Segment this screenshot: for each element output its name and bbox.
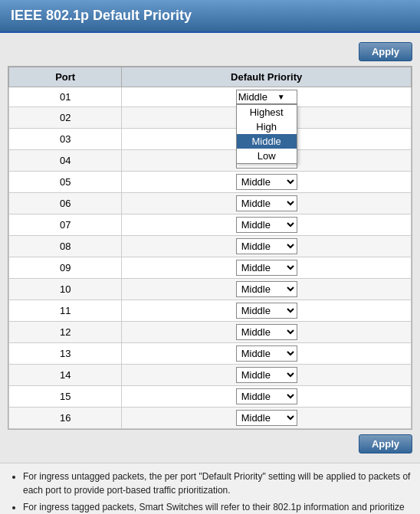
port-cell: 09 [9,257,122,279]
port-cell: 10 [9,279,122,300]
table-row: 14HighestHighMiddleLow [9,365,412,386]
table-row: 16HighestHighMiddleLow [9,408,412,429]
priority-cell: HighestHighMiddleLow [122,408,412,429]
priority-select[interactable]: HighestHighMiddleLow [236,174,297,190]
priority-select[interactable]: HighestHighMiddleLow [236,217,297,233]
footnote-item: For ingress untagged packets, the per po… [23,470,412,497]
table-row: 02HighestHighMiddleLow [9,107,412,129]
footnote-item: For ingress tagged packets, Smart Switch… [23,500,412,514]
table-header-row: Port Default Priority [9,67,412,87]
col-priority: Default Priority [122,67,412,87]
table-row: 09HighestHighMiddleLow [9,257,412,279]
priority-cell: HighestHighMiddleLow [122,214,412,236]
dropdown-open-container: Middle▼HighestHighMiddleLow [236,90,297,104]
table-row: 07HighestHighMiddleLow [9,214,412,236]
table-row: 04HighestHighMiddleLow [9,150,412,172]
dropdown-menu: HighestHighMiddleLow [236,104,297,164]
select-display-text: Middle [238,91,267,103]
port-cell: 12 [9,322,122,343]
apply-button-bottom[interactable]: Apply [359,434,412,453]
port-cell: 07 [9,214,122,236]
table-row: 11HighestHighMiddleLow [9,300,412,322]
priority-select[interactable]: HighestHighMiddleLow [236,238,297,254]
priority-cell: HighestHighMiddleLow [122,343,412,365]
table-row: 01Middle▼HighestHighMiddleLow [9,87,412,107]
table-row: 13HighestHighMiddleLow [9,343,412,365]
port-cell: 04 [9,150,122,172]
priority-cell: HighestHighMiddleLow [122,279,412,300]
port-cell: 15 [9,386,122,408]
port-cell: 02 [9,107,122,129]
table-row: 10HighestHighMiddleLow [9,279,412,300]
priority-table: Port Default Priority 01Middle▼HighestHi… [8,67,412,429]
priority-select[interactable]: HighestHighMiddleLow [236,303,297,319]
apply-button-top[interactable]: Apply [359,42,412,61]
priority-cell: HighestHighMiddleLow [122,322,412,343]
table-row: 15HighestHighMiddleLow [9,386,412,408]
priority-select[interactable]: HighestHighMiddleLow [236,260,297,276]
page-title: IEEE 802.1p Default Priority [11,8,192,23]
priority-select[interactable]: HighestHighMiddleLow [236,367,297,383]
priority-select[interactable]: HighestHighMiddleLow [236,195,297,211]
port-cell: 01 [9,87,122,107]
port-cell: 11 [9,300,122,322]
table-row: 06HighestHighMiddleLow [9,193,412,214]
port-cell: 08 [9,236,122,257]
table-row: 05HighestHighMiddleLow [9,172,412,193]
port-cell: 16 [9,408,122,429]
dropdown-item[interactable]: Middle [237,134,297,149]
table-row: 03HighestHighMiddleLow [9,129,412,150]
table-wrapper: Port Default Priority 01Middle▼HighestHi… [8,66,412,430]
priority-cell: HighestHighMiddleLow [122,172,412,193]
main-container: IEEE 802.1p Default Priority Apply Port … [0,0,420,514]
priority-select[interactable]: HighestHighMiddleLow [236,324,297,340]
priority-cell: HighestHighMiddleLow [122,300,412,322]
footnotes: For ingress untagged packets, the per po… [0,463,420,514]
port-cell: 03 [9,129,122,150]
table-row: 12HighestHighMiddleLow [9,322,412,343]
priority-select[interactable]: HighestHighMiddleLow [236,410,297,426]
dropdown-item[interactable]: High [237,119,297,134]
table-row: 08HighestHighMiddleLow [9,236,412,257]
col-port: Port [9,67,122,87]
priority-select[interactable]: HighestHighMiddleLow [236,281,297,297]
apply-bar-bottom: Apply [8,430,412,458]
priority-cell: HighestHighMiddleLow [122,193,412,214]
select-display[interactable]: Middle▼ [236,90,297,104]
apply-bar-top: Apply [8,38,412,66]
port-cell: 05 [9,172,122,193]
priority-cell: HighestHighMiddleLow [122,386,412,408]
dropdown-item[interactable]: Highest [237,105,297,119]
priority-select[interactable]: HighestHighMiddleLow [236,388,297,404]
port-cell: 13 [9,343,122,365]
priority-cell: Middle▼HighestHighMiddleLow [122,87,412,107]
content-area: Apply Port Default Priority 01Middle▼Hig… [0,33,420,463]
priority-cell: HighestHighMiddleLow [122,236,412,257]
chevron-down-icon: ▼ [267,93,295,101]
port-cell: 14 [9,365,122,386]
port-cell: 06 [9,193,122,214]
dropdown-item[interactable]: Low [237,149,297,163]
priority-cell: HighestHighMiddleLow [122,257,412,279]
priority-cell: HighestHighMiddleLow [122,365,412,386]
priority-select[interactable]: HighestHighMiddleLow [236,345,297,362]
page-header: IEEE 802.1p Default Priority [0,0,420,33]
